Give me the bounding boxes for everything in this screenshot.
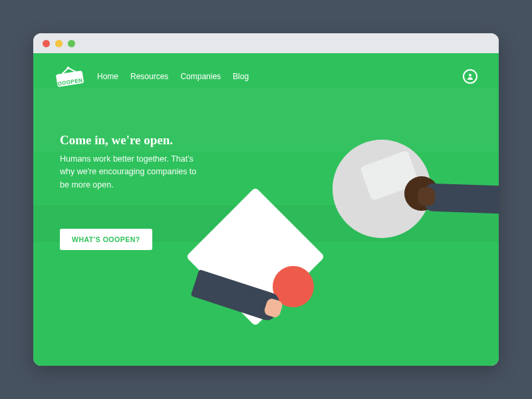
window-close-button[interactable]: [43, 40, 50, 47]
nav-blog[interactable]: Blog: [233, 72, 249, 81]
hero-heading: Come in, we're open.: [60, 133, 200, 148]
window-zoom-button[interactable]: [68, 40, 75, 47]
svg-point-4: [469, 74, 471, 76]
illustration-arm: [424, 183, 499, 214]
cta-button[interactable]: WHAT'S OOOPEN?: [60, 229, 152, 250]
nav-resources[interactable]: Resources: [130, 72, 168, 81]
main-nav: Home Resources Companies Blog: [97, 72, 249, 81]
page-content: OOOPEN Home Resources Companies Blog Com…: [33, 53, 499, 366]
logo[interactable]: OOOPEN: [55, 65, 85, 88]
browser-window: OOOPEN Home Resources Companies Blog Com…: [33, 33, 499, 366]
hero-body: Humans work better together. That's why …: [60, 153, 200, 192]
account-icon[interactable]: [463, 69, 477, 84]
hero: Come in, we're open. Humans work better …: [33, 94, 226, 250]
nav-companies[interactable]: Companies: [180, 72, 221, 81]
nav-home[interactable]: Home: [97, 72, 118, 81]
window-minimize-button[interactable]: [55, 40, 63, 47]
window-titlebar: [33, 33, 499, 53]
